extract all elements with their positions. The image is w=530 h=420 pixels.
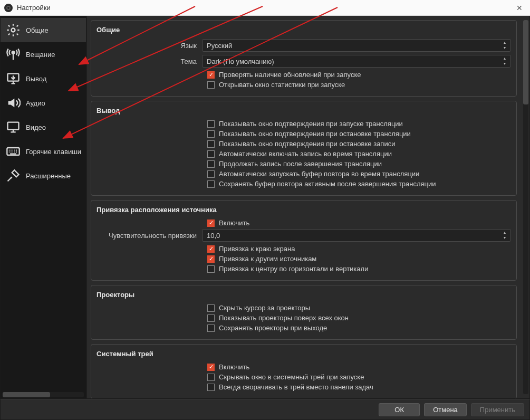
checkbox-row: Скрывать окно в системный трей при запус… — [207, 373, 511, 381]
checkbox[interactable] — [207, 245, 215, 253]
checkbox-label: Включить — [219, 363, 249, 371]
group-title: Проекторы — [97, 291, 511, 299]
sidebar: Общие Вещание Вывод Аудио Видео Горячие … — [1, 16, 86, 398]
checkbox-row: Открывать окно статистики при запуске — [207, 81, 511, 89]
spinner-arrows-icon: ▴▾ — [501, 231, 508, 240]
dialog-footer: ОК Отмена Применить — [0, 399, 530, 420]
checkbox[interactable] — [207, 324, 215, 332]
checkbox[interactable] — [207, 180, 215, 188]
checkbox-label: Сохранять проекторы при выходе — [219, 324, 327, 332]
checkbox-label: Привязка к краю экрана — [219, 245, 295, 253]
checkbox[interactable] — [207, 71, 215, 79]
checkbox-row: Продолжать запись после завершения транс… — [207, 160, 511, 168]
checkbox-row: Показывать окно подтверждения при остано… — [207, 130, 511, 138]
snap-enable-checkbox[interactable] — [207, 219, 215, 227]
ok-button[interactable]: ОК — [379, 403, 420, 416]
checkbox-label: Автоматически включать запись во время т… — [219, 150, 392, 158]
theme-dropdown[interactable]: Dark (По умолчанию) ▴▾ — [202, 55, 511, 68]
checkbox-label: Показывать окно подтверждения при остано… — [219, 140, 395, 148]
close-button[interactable]: ✕ — [513, 4, 526, 12]
dropdown-arrows-icon: ▴▾ — [501, 41, 508, 50]
sidebar-scrollbar[interactable] — [3, 392, 84, 397]
group-title: Системный трей — [97, 350, 511, 358]
speaker-icon — [6, 96, 21, 110]
checkbox-label: Включить — [219, 219, 249, 227]
antenna-icon — [6, 47, 21, 62]
sidebar-item-advanced[interactable]: Расширенные — [1, 164, 86, 188]
checkbox[interactable] — [207, 314, 215, 322]
checkbox-row: Скрыть курсор за проекторы — [207, 304, 511, 312]
sidebar-item-audio[interactable]: Аудио — [1, 91, 86, 115]
checkbox[interactable] — [207, 130, 215, 138]
sidebar-item-label: Горячие клавиши — [26, 148, 81, 156]
checkbox-label: Показывать проекторы поверх всех окон — [219, 314, 349, 322]
language-dropdown[interactable]: Русский ▴▾ — [202, 39, 511, 52]
sidebar-item-stream[interactable]: Вещание — [1, 42, 86, 66]
cancel-button[interactable]: Отмена — [424, 403, 467, 416]
checkbox-row: Сохранять буфер повтора активным после з… — [207, 180, 511, 188]
checkbox[interactable] — [207, 384, 215, 391]
titlebar: Настройки ✕ — [0, 0, 530, 16]
sidebar-item-video[interactable]: Видео — [1, 115, 86, 139]
group-output: Вывод Показывать окно подтверждения при … — [91, 101, 517, 196]
group-projectors: Проекторы Скрыть курсор за проекторыПока… — [91, 285, 517, 340]
svg-point-2 — [12, 28, 15, 32]
tray-enable-checkbox[interactable] — [207, 364, 215, 371]
checkbox[interactable] — [207, 160, 215, 168]
app-icon — [4, 4, 13, 12]
checkbox-row: Проверять наличие обновлений при запуске — [207, 71, 511, 79]
group-snap: Привязка расположения источника Включить… — [91, 200, 517, 281]
tray-enable-row: Включить — [207, 363, 511, 371]
checkbox-row: Показывать проекторы поверх всех окон — [207, 314, 511, 322]
sensitivity-spinner[interactable]: 10,0 ▴▾ — [202, 229, 511, 242]
checkbox-label: Привязка к центру по горизонтали и верти… — [219, 265, 368, 273]
sensitivity-label: Чувствительность привязки — [97, 232, 202, 240]
sidebar-item-label: Расширенные — [26, 172, 71, 180]
gear-icon — [6, 23, 21, 37]
main-panel: Общие Язык Русский ▴▾ Тема Dark (По умол… — [86, 16, 529, 398]
sidebar-item-label: Вывод — [26, 75, 46, 83]
group-general: Общие Язык Русский ▴▾ Тема Dark (По умол… — [91, 20, 517, 97]
tools-icon — [6, 168, 21, 183]
window-title: Настройки — [17, 4, 51, 12]
checkbox-row: Привязка к краю экрана — [207, 245, 511, 253]
checkbox-row: Показывать окно подтверждения при остано… — [207, 140, 511, 148]
checkbox-row: Сохранять проекторы при выходе — [207, 324, 511, 332]
checkbox-row: Привязка к центру по горизонтали и верти… — [207, 265, 511, 273]
checkbox-row: Привязка к другим источникам — [207, 255, 511, 263]
sidebar-item-label: Видео — [26, 123, 46, 131]
checkbox[interactable] — [207, 304, 215, 312]
sidebar-item-general[interactable]: Общие — [1, 18, 86, 42]
svg-rect-5 — [8, 122, 19, 130]
checkbox[interactable] — [207, 265, 215, 273]
checkbox[interactable] — [207, 255, 215, 263]
checkbox[interactable] — [207, 150, 215, 158]
monitor-arrow-icon — [6, 71, 21, 86]
sidebar-item-label: Аудио — [26, 99, 45, 107]
main-scrollbar[interactable] — [523, 20, 528, 394]
checkbox-label: Автоматически запускать буфер повтора во… — [219, 170, 419, 178]
group-title: Привязка расположения источника — [97, 206, 511, 214]
checkbox-label: Всегда сворачивать в трей вместо панели … — [219, 383, 373, 391]
apply-button[interactable]: Применить — [471, 403, 524, 416]
checkbox[interactable] — [207, 374, 215, 381]
sidebar-item-output[interactable]: Вывод — [1, 66, 86, 91]
sidebar-item-hotkeys[interactable]: Горячие клавиши — [1, 139, 86, 164]
checkbox-label: Проверять наличие обновлений при запуске — [219, 71, 361, 79]
group-tray: Системный трей Включить Скрывать окно в … — [91, 344, 517, 398]
sidebar-item-label: Вещание — [26, 51, 55, 59]
checkbox-label: Сохранять буфер повтора активным после з… — [219, 180, 436, 188]
checkbox[interactable] — [207, 170, 215, 178]
checkbox-label: Привязка к другим источникам — [219, 255, 316, 263]
checkbox[interactable] — [207, 140, 215, 148]
checkbox-label: Скрывать окно в системный трей при запус… — [219, 373, 364, 381]
checkbox-label: Открывать окно статистики при запуске — [219, 81, 345, 89]
monitor-icon — [6, 120, 21, 135]
group-title: Общие — [97, 26, 511, 34]
checkbox-label: Показывать окно подтверждения при запуск… — [219, 120, 403, 128]
sidebar-item-label: Общие — [26, 26, 49, 34]
checkbox[interactable] — [207, 81, 215, 89]
checkbox[interactable] — [207, 120, 215, 128]
checkbox-row: Автоматически запускать буфер повтора во… — [207, 170, 511, 178]
checkbox-row: Показывать окно подтверждения при запуск… — [207, 120, 511, 128]
